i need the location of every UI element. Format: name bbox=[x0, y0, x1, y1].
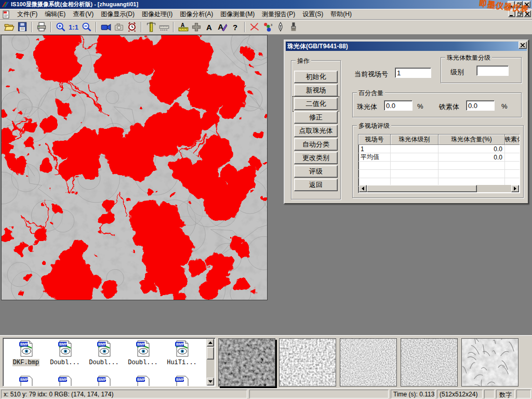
video-capture-button[interactable] bbox=[99, 21, 112, 33]
pick-pearlite-button[interactable]: 点取珠光体 bbox=[294, 125, 338, 137]
table-horizontal-scrollbar[interactable] bbox=[359, 185, 519, 192]
correct-button[interactable]: 修正 bbox=[294, 111, 338, 124]
change-class-button[interactable]: 更改类别 bbox=[294, 152, 338, 164]
menu-image-process[interactable]: 图像处理(I) bbox=[138, 9, 176, 20]
file-item[interactable]: BMP bbox=[46, 376, 84, 387]
cell bbox=[505, 162, 520, 170]
brush-tool-button[interactable] bbox=[287, 21, 300, 33]
zoom-out-button[interactable] bbox=[80, 21, 93, 33]
file-item[interactable]: BMP HuiTi... bbox=[163, 340, 201, 366]
binarize-button[interactable]: 二值化 bbox=[294, 98, 338, 110]
thumbnail-4[interactable] bbox=[401, 338, 458, 387]
thumbnail-3[interactable] bbox=[340, 338, 397, 387]
table-row[interactable]: 1 0.0 bbox=[358, 145, 520, 153]
scroll-up-button[interactable] bbox=[207, 339, 214, 347]
level-input[interactable] bbox=[476, 65, 509, 76]
init-button[interactable]: 初始化 bbox=[294, 71, 338, 83]
zoom-out-icon bbox=[82, 22, 92, 32]
thumbnail-1[interactable] bbox=[218, 338, 275, 387]
help-button[interactable]: ? bbox=[229, 21, 242, 33]
file-name[interactable]: Doubl... bbox=[127, 359, 158, 366]
measure-scale-button[interactable]: A bbox=[177, 21, 190, 33]
table-row[interactable] bbox=[358, 170, 520, 178]
menu-view[interactable]: 查看(V) bbox=[69, 9, 97, 20]
close-icon bbox=[525, 12, 529, 16]
return-button[interactable]: 返回 bbox=[294, 179, 338, 191]
curve-tool-button[interactable] bbox=[248, 21, 261, 33]
file-item[interactable]: BMP bbox=[124, 376, 162, 387]
bmp-file-icon: BMP bbox=[135, 340, 151, 357]
annotate-tool-button[interactable]: A bbox=[216, 21, 229, 33]
menu-image-display[interactable]: 图像显示(D) bbox=[97, 9, 138, 20]
child-close-button[interactable] bbox=[524, 10, 531, 17]
file-name[interactable]: Doubl... bbox=[88, 359, 119, 366]
pearlite-percent-input[interactable] bbox=[384, 100, 413, 111]
file-list-scrollbar[interactable] bbox=[206, 339, 215, 385]
scroll-left-button[interactable] bbox=[359, 185, 367, 192]
file-name[interactable]: DKF.bmp bbox=[12, 359, 39, 366]
file-name[interactable]: HuiTi... bbox=[166, 359, 197, 366]
child-restore-button[interactable] bbox=[516, 10, 523, 17]
ferrite-percent-input[interactable] bbox=[466, 100, 495, 111]
scroll-track[interactable] bbox=[367, 185, 511, 192]
timer-button[interactable] bbox=[125, 21, 138, 33]
window-restore-button[interactable] bbox=[515, 1, 523, 8]
zoom-in-icon bbox=[56, 22, 66, 32]
ruler-tool-button[interactable] bbox=[157, 21, 170, 33]
file-list[interactable]: BMP DKF.bmp BMP Doubl... BMP bbox=[3, 338, 216, 387]
file-item[interactable]: BMP bbox=[7, 376, 45, 387]
grading-group-label: 珠光体数量分级 bbox=[445, 54, 492, 62]
new-field-button[interactable]: 新视场 bbox=[294, 84, 338, 97]
file-item[interactable]: BMP bbox=[163, 376, 201, 387]
scroll-thumb[interactable] bbox=[207, 347, 214, 360]
table-row[interactable]: 平均值 0.0 bbox=[358, 153, 520, 162]
cell: 平均值 bbox=[358, 153, 391, 162]
menu-help[interactable]: 帮助(H) bbox=[327, 9, 355, 20]
grid-tool-button[interactable] bbox=[190, 21, 203, 33]
scroll-thumb[interactable] bbox=[367, 185, 477, 192]
scroll-down-button[interactable] bbox=[207, 378, 214, 385]
open-file-button[interactable] bbox=[3, 21, 16, 33]
camera-button[interactable] bbox=[112, 21, 125, 33]
dialog-close-button[interactable] bbox=[518, 42, 527, 49]
menu-image-analysis[interactable]: 图像分析(A) bbox=[176, 9, 217, 20]
pointer-tool-button[interactable] bbox=[274, 21, 287, 33]
file-item[interactable]: BMP Doubl... bbox=[46, 340, 84, 366]
thumbnail-2[interactable] bbox=[279, 338, 336, 387]
auto-classify-button[interactable]: 自动分类 bbox=[294, 138, 338, 151]
print-button[interactable] bbox=[35, 21, 48, 33]
caliper-icon bbox=[146, 22, 156, 32]
zoom-in-button[interactable] bbox=[54, 21, 67, 33]
child-minimize-button[interactable] bbox=[508, 10, 515, 17]
menu-report[interactable]: 测量报告(P) bbox=[258, 9, 299, 20]
file-item[interactable]: BMP Doubl... bbox=[124, 340, 162, 366]
file-item[interactable]: BMP DKF.bmp bbox=[7, 340, 45, 366]
save-button[interactable] bbox=[16, 21, 29, 33]
current-field-input[interactable] bbox=[395, 68, 431, 78]
scroll-right-button[interactable] bbox=[511, 185, 519, 192]
text-tool-button[interactable]: A bbox=[203, 21, 216, 33]
dialog-title-bar[interactable]: 珠光体(GB/T9441-88) bbox=[286, 42, 527, 51]
table-row[interactable] bbox=[358, 162, 520, 170]
grade-button[interactable]: 评级 bbox=[294, 165, 338, 178]
file-name[interactable]: Doubl... bbox=[49, 359, 81, 366]
pen-nib-icon bbox=[275, 22, 286, 32]
menu-file[interactable]: 文件(F) bbox=[14, 9, 41, 20]
file-item[interactable]: BMP Doubl... bbox=[85, 340, 123, 366]
svg-text:BMP: BMP bbox=[137, 378, 145, 381]
thumbnail-5[interactable] bbox=[461, 338, 518, 387]
metallographic-image-canvas[interactable] bbox=[1, 35, 268, 300]
toolbar-separator bbox=[173, 22, 174, 32]
window-close-button[interactable] bbox=[523, 1, 530, 8]
file-item[interactable]: BMP bbox=[85, 376, 123, 387]
table-header-row: 视场号 珠光体级别 珠光体含量(%) 铁素体含量(%) bbox=[358, 135, 520, 145]
caliper-tool-button[interactable] bbox=[144, 21, 157, 33]
window-minimize-button[interactable] bbox=[508, 1, 515, 8]
actual-size-button[interactable]: 1:1 bbox=[67, 21, 80, 33]
menu-image-measure[interactable]: 图像测量(M) bbox=[217, 9, 258, 20]
count-tool-button[interactable]: 3 bbox=[261, 21, 274, 33]
menu-settings[interactable]: 设置(S) bbox=[299, 9, 327, 20]
triangle-left-icon bbox=[362, 187, 364, 191]
rating-table[interactable]: 视场号 珠光体级别 珠光体含量(%) 铁素体含量(%) 1 0.0 平均值 0.… bbox=[358, 134, 520, 193]
menu-edit[interactable]: 编辑(E) bbox=[41, 9, 69, 20]
